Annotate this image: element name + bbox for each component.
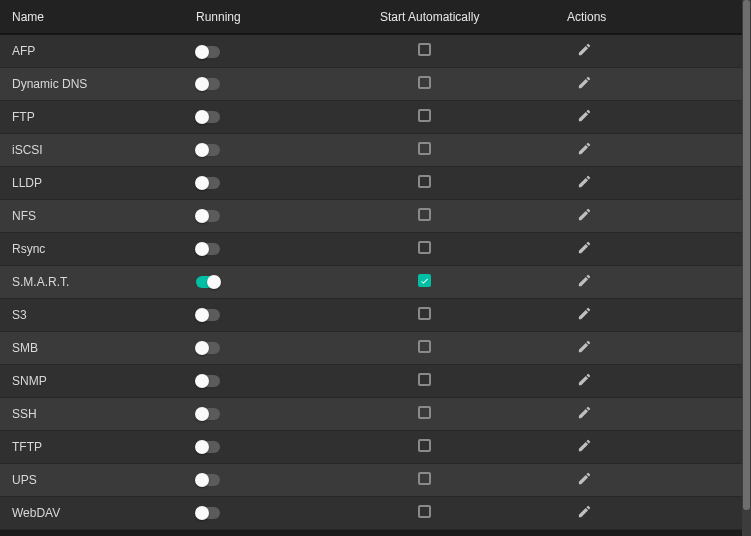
col-actions: Actions [555,0,742,34]
running-cell [184,298,368,331]
running-cell [184,496,368,529]
toggle-knob [195,506,209,520]
running-toggle[interactable] [196,78,220,90]
toggle-knob [195,110,209,124]
toggle-knob [195,143,209,157]
autostart-cell [368,133,555,166]
actions-cell [555,34,742,67]
table-row: iSCSI [0,133,742,166]
actions-cell [555,133,742,166]
autostart-cell [368,67,555,100]
service-name: iSCSI [0,133,184,166]
autostart-checkbox[interactable] [418,406,431,419]
service-name: S.M.A.R.T. [0,265,184,298]
autostart-checkbox[interactable] [418,274,431,287]
pencil-icon[interactable] [577,42,592,57]
pencil-icon[interactable] [577,339,592,354]
autostart-checkbox[interactable] [418,109,431,122]
running-toggle[interactable] [196,177,220,189]
services-table-scroll: Name Running Start Automatically Actions… [0,0,742,536]
autostart-checkbox[interactable] [418,505,431,518]
pencil-icon[interactable] [577,372,592,387]
autostart-checkbox[interactable] [418,340,431,353]
running-toggle[interactable] [196,441,220,453]
table-row: SNMP [0,364,742,397]
actions-cell [555,331,742,364]
running-cell [184,34,368,67]
actions-cell [555,364,742,397]
table-row: LLDP [0,166,742,199]
table-row: SSH [0,397,742,430]
toggle-knob [195,77,209,91]
running-cell [184,100,368,133]
pencil-icon[interactable] [577,207,592,222]
toggle-knob [195,176,209,190]
toggle-knob [195,242,209,256]
col-name[interactable]: Name [0,0,184,34]
autostart-checkbox[interactable] [418,76,431,89]
toggle-knob [195,440,209,454]
running-cell [184,463,368,496]
table-row: WebDAV [0,496,742,529]
pencil-icon[interactable] [577,438,592,453]
toggle-knob [195,45,209,59]
running-toggle[interactable] [196,144,220,156]
pencil-icon[interactable] [577,504,592,519]
running-toggle[interactable] [196,276,220,288]
running-toggle[interactable] [196,375,220,387]
autostart-cell [368,331,555,364]
running-toggle[interactable] [196,342,220,354]
autostart-checkbox[interactable] [418,142,431,155]
service-name: Dynamic DNS [0,67,184,100]
running-toggle[interactable] [196,507,220,519]
autostart-cell [368,298,555,331]
pencil-icon[interactable] [577,174,592,189]
col-autostart[interactable]: Start Automatically [368,0,555,34]
pencil-icon[interactable] [577,306,592,321]
running-toggle[interactable] [196,46,220,58]
running-cell [184,331,368,364]
pencil-icon[interactable] [577,75,592,90]
service-name: Rsync [0,232,184,265]
toggle-knob [195,341,209,355]
col-running[interactable]: Running [184,0,368,34]
running-cell [184,67,368,100]
autostart-checkbox[interactable] [418,241,431,254]
autostart-checkbox[interactable] [418,373,431,386]
pencil-icon[interactable] [577,273,592,288]
pencil-icon[interactable] [577,108,592,123]
autostart-cell [368,496,555,529]
autostart-checkbox[interactable] [418,307,431,320]
running-toggle[interactable] [196,309,220,321]
autostart-cell [368,463,555,496]
scrollbar-track[interactable] [742,0,751,536]
running-toggle[interactable] [196,408,220,420]
running-toggle[interactable] [196,474,220,486]
autostart-checkbox[interactable] [418,43,431,56]
autostart-checkbox[interactable] [418,439,431,452]
autostart-checkbox[interactable] [418,175,431,188]
table-header-row: Name Running Start Automatically Actions [0,0,742,34]
running-toggle[interactable] [196,111,220,123]
autostart-cell [368,397,555,430]
scrollbar-thumb[interactable] [743,0,750,510]
pencil-icon[interactable] [577,471,592,486]
running-cell [184,430,368,463]
actions-cell [555,298,742,331]
autostart-cell [368,166,555,199]
service-name: LLDP [0,166,184,199]
pencil-icon[interactable] [577,405,592,420]
service-name: FTP [0,100,184,133]
actions-cell [555,166,742,199]
running-toggle[interactable] [196,243,220,255]
autostart-checkbox[interactable] [418,208,431,221]
service-name: WebDAV [0,496,184,529]
pencil-icon[interactable] [577,141,592,156]
table-row: NFS [0,199,742,232]
running-toggle[interactable] [196,210,220,222]
pencil-icon[interactable] [577,240,592,255]
autostart-checkbox[interactable] [418,472,431,485]
services-table: Name Running Start Automatically Actions… [0,0,742,530]
toggle-knob [195,473,209,487]
service-name: SMB [0,331,184,364]
